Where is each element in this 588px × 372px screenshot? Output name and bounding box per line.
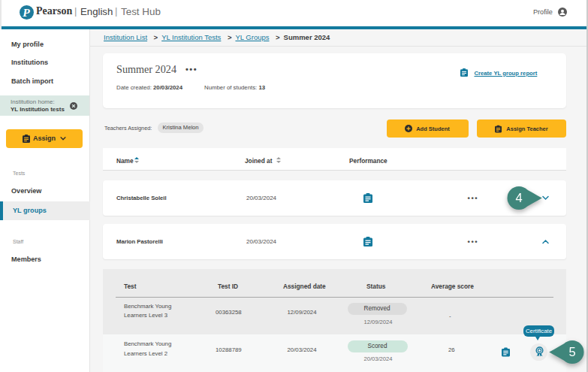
svg-text:5: 5 xyxy=(568,345,575,358)
svg-text:4: 4 xyxy=(515,191,522,204)
svg-text:P: P xyxy=(23,5,30,18)
